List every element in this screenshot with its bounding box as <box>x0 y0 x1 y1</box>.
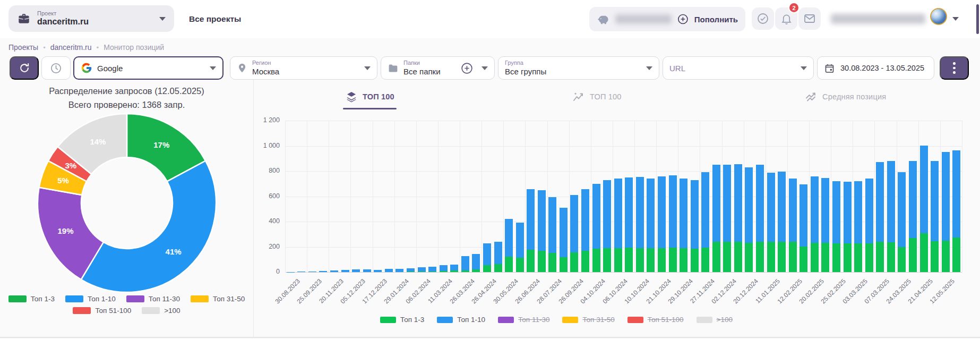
bar-segment-Топ 1-10[interactable] <box>319 271 327 272</box>
bar-segment-Топ 1-10[interactable] <box>603 180 611 248</box>
history-button[interactable] <box>41 56 71 80</box>
bar-segment-Топ 1-3[interactable] <box>745 243 753 272</box>
bar-segment-Топ 1-10[interactable] <box>428 267 436 272</box>
bar-segment-Топ 1-3[interactable] <box>865 243 873 272</box>
bar-segment-Топ 1-3[interactable] <box>450 270 458 272</box>
bar-segment-Топ 1-3[interactable] <box>669 248 677 272</box>
bar-segment-Топ 1-10[interactable] <box>800 184 807 247</box>
bar-segment-Топ 1-10[interactable] <box>920 146 928 233</box>
bar-segment-Топ 1-10[interactable] <box>352 269 360 272</box>
account-chevron-down-icon[interactable] <box>952 17 959 21</box>
bar-segment-Топ 1-3[interactable] <box>647 248 655 272</box>
legend-item->100[interactable]: >100 <box>697 316 733 324</box>
bar-segment-Топ 1-3[interactable] <box>505 257 513 272</box>
region-select[interactable]: Регион Москва <box>230 56 377 80</box>
bar-segment-Топ 1-3[interactable] <box>516 258 524 272</box>
legend-item-Топ 31-50[interactable]: Топ 31-50 <box>562 316 614 324</box>
search-engine-select[interactable]: Google <box>73 56 223 80</box>
bar-segment-Топ 1-3[interactable] <box>560 257 568 272</box>
bar-segment-Топ 1-10[interactable] <box>821 178 829 243</box>
breadcrumb-projects[interactable]: Проекты <box>8 43 38 52</box>
bar-segment-Топ 1-3[interactable] <box>461 270 469 272</box>
donut-chart[interactable]: 17%41%19%5%3%14% <box>0 112 253 294</box>
bar-segment-Топ 1-10[interactable] <box>952 150 960 238</box>
bar-segment-Топ 1-3[interactable] <box>712 242 720 272</box>
bar-segment-Топ 1-10[interactable] <box>494 242 502 265</box>
bar-segment-Топ 1-3[interactable] <box>440 271 448 272</box>
bar-segment-Топ 1-3[interactable] <box>952 238 960 272</box>
bar-segment-Топ 1-10[interactable] <box>483 243 491 265</box>
legend-item->100[interactable]: >100 <box>142 307 180 315</box>
bar-segment-Топ 1-10[interactable] <box>854 181 862 243</box>
bar-segment-Топ 1-3[interactable] <box>407 272 415 272</box>
project-selector[interactable]: Проект danceritm.ru <box>8 5 174 32</box>
bar-segment-Топ 1-10[interactable] <box>560 208 568 257</box>
all-projects-link[interactable]: Все проекты <box>189 0 241 38</box>
bar-segment-Топ 1-3[interactable] <box>811 243 819 272</box>
bar-segment-Топ 1-10[interactable] <box>909 161 917 238</box>
donut-slice-Топ 1-10[interactable] <box>81 161 216 292</box>
more-options-button[interactable] <box>940 56 969 80</box>
bar-segment-Топ 1-10[interactable] <box>418 267 426 272</box>
bar-segment-Топ 1-10[interactable] <box>669 175 677 248</box>
plus-circle-icon[interactable] <box>677 13 689 26</box>
bar-segment-Топ 1-10[interactable] <box>581 189 589 250</box>
bar-segment-Топ 1-10[interactable] <box>527 189 535 250</box>
bar-segment-Топ 1-10[interactable] <box>614 179 622 248</box>
bar-segment-Топ 1-10[interactable] <box>396 269 403 272</box>
breadcrumb-project-name[interactable]: danceritm.ru <box>50 43 92 52</box>
bar-segment-Топ 1-3[interactable] <box>789 242 797 272</box>
bar-segment-Топ 1-10[interactable] <box>341 270 349 272</box>
legend-item-Топ 51-100[interactable]: Топ 51-100 <box>73 307 131 315</box>
bar-segment-Топ 1-3[interactable] <box>472 269 480 272</box>
date-range-picker[interactable]: 30.08.2023 - 13.05.2025 <box>817 56 934 80</box>
topup-button[interactable]: Пополнить <box>694 15 738 24</box>
bar-segment-Топ 1-3[interactable] <box>909 238 917 272</box>
avatar[interactable] <box>930 8 947 25</box>
bar-segment-Топ 1-10[interactable] <box>844 182 852 243</box>
bar-segment-Топ 1-3[interactable] <box>876 242 884 272</box>
bar-segment-Топ 1-3[interactable] <box>756 242 764 272</box>
bar-segment-Топ 1-3[interactable] <box>428 272 436 272</box>
bar-segment-Топ 1-3[interactable] <box>570 252 578 272</box>
bar-segment-Топ 1-10[interactable] <box>374 270 382 272</box>
legend-item-Топ 51-100[interactable]: Топ 51-100 <box>627 316 684 324</box>
bar-segment-Топ 1-10[interactable] <box>756 165 764 242</box>
bar-segment-Топ 1-10[interactable] <box>592 184 600 249</box>
bar-segment-Топ 1-3[interactable] <box>898 247 906 272</box>
bar-segment-Топ 1-10[interactable] <box>876 162 884 242</box>
legend-item-Топ 31-50[interactable]: Топ 31-50 <box>191 295 245 303</box>
bar-segment-Топ 1-3[interactable] <box>832 243 840 272</box>
bar-segment-Топ 1-3[interactable] <box>778 242 786 272</box>
url-select[interactable]: URL <box>663 56 814 80</box>
bar-segment-Топ 1-10[interactable] <box>712 165 720 242</box>
bar-segment-Топ 1-10[interactable] <box>778 172 786 242</box>
bar-segment-Топ 1-3[interactable] <box>821 243 829 272</box>
bar-segment-Топ 1-3[interactable] <box>800 247 807 272</box>
bar-segment-Топ 1-10[interactable] <box>691 180 699 249</box>
bar-segment-Топ 1-10[interactable] <box>538 190 546 251</box>
bar-segment-Топ 1-10[interactable] <box>865 179 873 243</box>
bar-segment-Топ 1-10[interactable] <box>701 172 709 247</box>
bar-segment-Топ 1-10[interactable] <box>570 195 578 253</box>
bar-segment-Топ 1-10[interactable] <box>450 265 458 270</box>
bar-segment-Топ 1-10[interactable] <box>734 164 742 242</box>
bar-segment-Топ 1-10[interactable] <box>440 265 448 271</box>
bar-segment-Топ 1-3[interactable] <box>625 248 633 272</box>
refresh-button[interactable] <box>10 56 39 80</box>
legend-item-Топ 11-30[interactable]: Топ 11-30 <box>126 295 180 303</box>
bar-segment-Топ 1-10[interactable] <box>658 176 666 248</box>
messages-button[interactable] <box>798 7 821 30</box>
bar-segment-Топ 1-3[interactable] <box>844 243 852 272</box>
bar-segment-Топ 1-10[interactable] <box>898 172 906 247</box>
tab-top100-stacked[interactable]: ТОП 100 <box>345 88 394 105</box>
bar-segment-Топ 1-3[interactable] <box>538 251 546 272</box>
bar-segment-Топ 1-10[interactable] <box>625 177 633 248</box>
bar-segment-Топ 1-3[interactable] <box>680 248 687 272</box>
tasks-check-button[interactable] <box>752 7 774 30</box>
bar-segment-Топ 1-3[interactable] <box>931 241 939 272</box>
bar-segment-Топ 1-10[interactable] <box>461 256 469 270</box>
bar-segment-Топ 1-3[interactable] <box>723 242 731 272</box>
bar-segment-Топ 1-10[interactable] <box>942 152 950 240</box>
legend-item-Топ 11-30[interactable]: Топ 11-30 <box>498 316 549 324</box>
